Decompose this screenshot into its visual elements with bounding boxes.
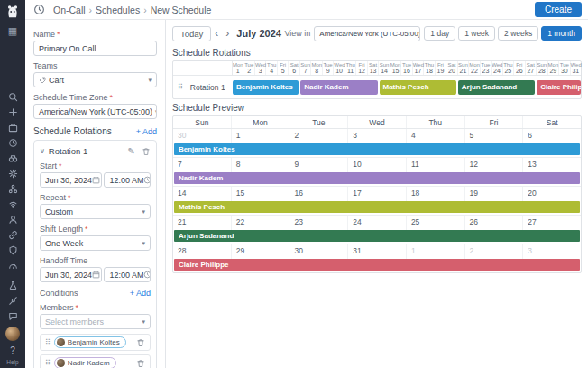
sidebar-user-icon[interactable]: [5, 213, 20, 226]
drag-handle-icon[interactable]: ⠿: [45, 338, 51, 346]
strip-gutter: [173, 61, 233, 75]
view-timezone-select[interactable]: America/New York (UTC-05:00)▾: [314, 26, 420, 41]
next-month-icon[interactable]: ›: [225, 27, 229, 40]
sidebar-broadcast-icon[interactable]: [5, 198, 20, 211]
preview-date-cell[interactable]: 7: [173, 158, 232, 172]
start-date-input[interactable]: Jun 30, 2024: [40, 172, 102, 188]
sidebar-feedback-chat-icon[interactable]: [5, 309, 20, 323]
sidebar-metrics-icon[interactable]: [5, 259, 20, 272]
rotation-shift-segment[interactable]: Nadir Kadem: [300, 80, 377, 95]
preview-date-cell[interactable]: 2: [465, 244, 524, 259]
chevron-down-icon[interactable]: ∨: [40, 147, 45, 155]
handoff-time-input[interactable]: 12:00 AM: [104, 267, 151, 282]
preview-date-cell[interactable]: 4: [407, 129, 465, 143]
preview-date-cell[interactable]: 3: [523, 244, 581, 259]
edit-rotation-icon[interactable]: ✎: [128, 147, 135, 156]
preview-date-cell[interactable]: 26: [465, 216, 524, 230]
preview-date-cell[interactable]: 16: [289, 187, 348, 201]
sidebar-search-icon[interactable]: [5, 90, 20, 104]
member-pill[interactable]: Benjamin Koltes: [54, 336, 126, 348]
preview-shift-bar[interactable]: Mathis Pesch: [174, 201, 580, 213]
preview-date-cell[interactable]: 21: [173, 216, 232, 230]
add-rotation-link[interactable]: + Add: [136, 127, 157, 136]
breadcrumb-item[interactable]: Schedules: [96, 5, 140, 15]
preview-date-cell[interactable]: 25: [407, 216, 465, 230]
preview-date-cell[interactable]: 24: [348, 216, 407, 230]
preview-shift-bar[interactable]: Benjamin Koltes: [174, 143, 580, 155]
preview-date-cell[interactable]: 13: [523, 158, 581, 172]
name-input[interactable]: Primary On Call: [33, 41, 157, 56]
delete-rotation-icon[interactable]: [142, 147, 151, 156]
teams-select[interactable]: Cart ▾: [33, 72, 157, 87]
app-logo-icon[interactable]: [5, 4, 21, 20]
preview-date-cell[interactable]: 30: [289, 244, 348, 259]
preview-date-cell[interactable]: 20: [523, 187, 581, 201]
rotation-shift-segment[interactable]: Mathis Pesch: [380, 80, 456, 95]
preview-date-cell[interactable]: 31: [348, 244, 407, 259]
view-button-1-week[interactable]: 1 week: [458, 26, 495, 41]
prev-month-icon[interactable]: ‹: [215, 27, 218, 40]
preview-date-cell[interactable]: 29: [232, 244, 290, 259]
preview-date-cell[interactable]: 27: [523, 216, 581, 230]
rotation-shift-segment[interactable]: Benjamin Koltes: [233, 80, 299, 95]
drag-handle-icon[interactable]: ⠿: [178, 83, 183, 91]
preview-date-cell[interactable]: 5: [465, 129, 524, 143]
preview-date-cell[interactable]: 22: [232, 216, 290, 230]
sidebar-oncall-clock-icon[interactable]: [5, 136, 20, 150]
preview-date-cell[interactable]: 23: [289, 216, 348, 230]
preview-shift-bar[interactable]: Arjun Sadanand: [174, 230, 580, 242]
sidebar-shield-icon[interactable]: [5, 244, 20, 257]
rotation-shift-segment[interactable]: Claire Philippe: [537, 80, 581, 95]
preview-date-cell[interactable]: 11: [407, 158, 465, 172]
sidebar-link-icon[interactable]: [5, 228, 20, 242]
members-select[interactable]: Select members▾: [40, 314, 151, 329]
preview-date-cell[interactable]: 12: [465, 158, 524, 172]
apps-grid-icon[interactable]: ▦: [5, 24, 20, 38]
sidebar-settings-gear-icon[interactable]: [5, 167, 20, 180]
member-pill[interactable]: Nadir Kadem: [54, 357, 116, 368]
shift-length-select[interactable]: One Week▾: [40, 235, 151, 251]
user-avatar[interactable]: [5, 327, 20, 341]
repeat-select[interactable]: Custom▾: [40, 204, 151, 219]
add-condition-link[interactable]: + Add: [130, 289, 151, 298]
sidebar-integrations-icon[interactable]: [5, 182, 20, 196]
preview-date-cell[interactable]: 14: [173, 187, 232, 201]
preview-date-cell[interactable]: 10: [348, 158, 407, 172]
today-button[interactable]: Today: [172, 26, 211, 41]
sidebar-add-icon[interactable]: [5, 106, 20, 119]
preview-date-cell[interactable]: 17: [348, 187, 407, 201]
view-button-2-weeks[interactable]: 2 weeks: [498, 26, 538, 41]
preview-date-cell[interactable]: 28: [173, 244, 232, 259]
rotation-shift-segment[interactable]: Arjun Sadanand: [458, 80, 535, 95]
preview-date-cell[interactable]: 9: [289, 158, 348, 172]
drag-handle-icon[interactable]: ⠿: [45, 359, 51, 367]
sidebar-explore-icon[interactable]: [5, 152, 20, 165]
preview-date-cell[interactable]: 6: [523, 129, 581, 143]
preview-date-cell[interactable]: 1: [232, 129, 290, 143]
preview-week-row: 14151617181920Mathis Pesch: [173, 187, 581, 216]
preview-shift-bar[interactable]: Nadir Kadem: [174, 172, 580, 184]
preview-date-cell[interactable]: 3: [348, 129, 407, 143]
preview-date-cell[interactable]: 30: [173, 129, 232, 143]
breadcrumb-item[interactable]: On-Call: [53, 5, 86, 15]
preview-date-cell[interactable]: 8: [232, 158, 290, 172]
help-icon[interactable]: ?: [5, 344, 20, 357]
view-button-1-month[interactable]: 1 month: [541, 26, 582, 41]
handoff-date-input[interactable]: Jun 30, 2024: [40, 267, 102, 282]
preview-date-cell[interactable]: 15: [232, 187, 290, 201]
sidebar-tools-wrench-icon[interactable]: [5, 294, 20, 308]
create-button[interactable]: Create: [535, 2, 582, 17]
delete-member-icon[interactable]: [136, 338, 145, 347]
timezone-select[interactable]: America/New York (UTC-05:00)▾: [33, 104, 157, 119]
preview-date-cell[interactable]: 18: [407, 187, 465, 201]
preview-date-cell[interactable]: 1: [407, 244, 465, 259]
sidebar-labs-flask-icon[interactable]: [5, 279, 20, 292]
sidebar-reports-icon[interactable]: [5, 121, 20, 134]
view-button-1-day[interactable]: 1 day: [424, 26, 455, 41]
preview-date-cell[interactable]: 19: [465, 187, 524, 201]
preview-date-cell[interactable]: 2: [289, 129, 348, 143]
start-time-input[interactable]: 12:00 AM: [104, 172, 151, 188]
preview-shift-bar[interactable]: Claire Philippe: [174, 259, 580, 271]
breadcrumb-item[interactable]: New Schedule: [151, 5, 212, 15]
delete-member-icon[interactable]: [136, 359, 145, 368]
